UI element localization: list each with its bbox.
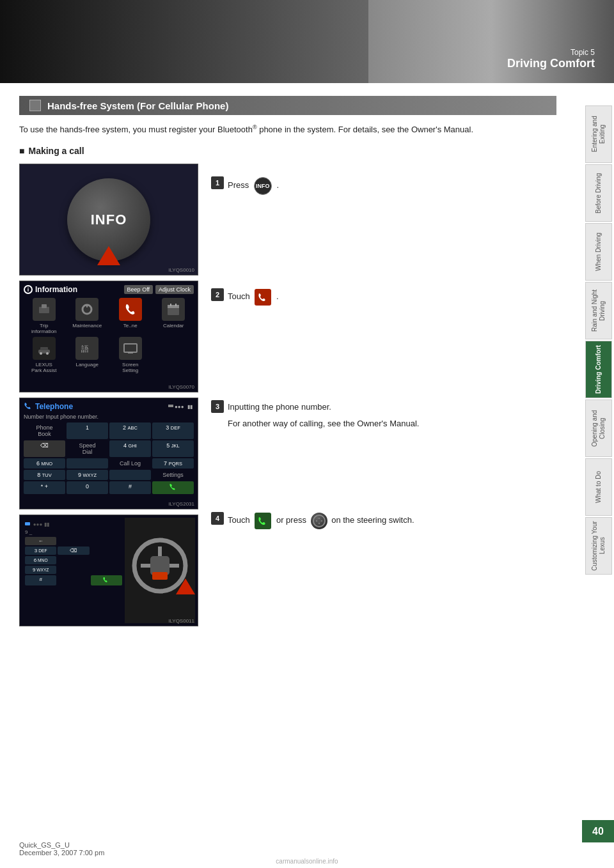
topic-number: Topic 5 xyxy=(507,48,595,57)
svg-point-10 xyxy=(40,352,42,355)
sidebar-tab-rain[interactable]: Rain and Night Driving xyxy=(585,282,612,339)
info-circle-icon: i xyxy=(24,285,33,294)
menu-item-language[interactable]: 語 Language xyxy=(67,337,108,373)
key-backspace[interactable]: ⌫ xyxy=(24,440,65,457)
step1-text: 1 Press INFO . xyxy=(211,164,556,275)
beep-off-btn[interactable]: Beep Off xyxy=(124,285,153,294)
step3-extra: For another way of calling, see the Owne… xyxy=(228,417,419,431)
step1-watermark: ILYQS0010 xyxy=(168,267,194,273)
park-assist-icon xyxy=(33,337,56,360)
key-5jkl[interactable]: 5 JKL xyxy=(152,440,194,457)
tel-inline-icon xyxy=(255,289,271,306)
sidebar-tab-opening[interactable]: Opening and Closing xyxy=(585,399,612,457)
svg-point-26 xyxy=(317,519,321,523)
key-2abc[interactable]: 2 ABC xyxy=(109,422,151,439)
sidebar-tab-when[interactable]: When Driving xyxy=(585,223,612,281)
step2-text: 2 Touch . xyxy=(211,275,556,387)
svg-rect-3 xyxy=(86,305,88,307)
menu-grid: Tripinformation Maintenance xyxy=(24,298,194,373)
phone-status: ●●● ▮▮ xyxy=(168,403,194,410)
step3-text: 3 Inputting the phone number. For anothe… xyxy=(211,387,556,499)
key-call[interactable] xyxy=(152,481,194,494)
menu-title: i Information xyxy=(24,285,77,294)
sub-heading: Making a call xyxy=(19,146,556,156)
menu-item-trip[interactable]: Tripinformation xyxy=(24,298,65,334)
watermark: carmanualsonline.info xyxy=(0,858,614,865)
step1-desc: Press INFO . xyxy=(228,176,279,195)
step1-image: INFO ILYQS0010 xyxy=(19,164,198,275)
svg-text:▮▮: ▮▮ xyxy=(187,404,193,409)
key-0[interactable]: 0 xyxy=(67,481,108,494)
step2-watermark: ILYQS0070 xyxy=(168,384,194,390)
step4-num: 4 xyxy=(211,512,224,525)
key-star[interactable]: * + xyxy=(24,481,65,494)
step2-num: 2 xyxy=(211,288,224,301)
key-4ghi[interactable]: 4 GHI xyxy=(109,440,151,457)
call-inline-icon xyxy=(255,513,271,529)
telephone-icon xyxy=(119,298,142,321)
footer: Quick_GS_G_U December 3, 2007 7:00 pm xyxy=(19,841,104,856)
key-phonebook[interactable]: PhoneBook xyxy=(24,422,65,439)
menu-item-park-assist[interactable]: LEXUSPark Assist xyxy=(24,337,65,373)
red-arrow-icon xyxy=(97,246,120,265)
info-inline-icon: INFO xyxy=(254,177,272,195)
screen-label: ScreenSetting xyxy=(122,362,138,373)
steps-images: INFO ILYQS0010 i Information Beep Off xyxy=(19,164,198,626)
step2-desc: Touch . xyxy=(228,288,279,306)
telephone-label: Te..ne xyxy=(123,323,138,329)
menu-item-screen[interactable]: ScreenSetting xyxy=(110,337,151,373)
step4-image: ●●● ▮▮ 9 _ ← 3 DEF ⌫ 6 MNO 9 WXYZ xyxy=(19,515,198,626)
step4-desc: Touch or press on the steering xyxy=(228,512,414,529)
section-icon xyxy=(29,100,41,111)
intro-text: To use the hands-free system, you must r… xyxy=(19,123,556,137)
svg-rect-5 xyxy=(168,305,179,308)
sidebar-tab-entering[interactable]: Entering and Exiting xyxy=(585,105,612,163)
step3-watermark: ILYQS2031 xyxy=(168,501,194,507)
key-settings[interactable]: Settings xyxy=(152,470,194,480)
sidebar-tab-what-to-do[interactable]: What to Do xyxy=(585,458,612,516)
svg-rect-1 xyxy=(42,304,47,308)
footer-line1: Quick_GS_G_U xyxy=(19,841,104,849)
key-9wxyz[interactable]: 9 WXYZ xyxy=(67,470,108,480)
step4-text: 4 Touch or press xyxy=(211,499,556,611)
menu-item-maintenance[interactable]: Maintenance xyxy=(67,298,108,334)
svg-rect-7 xyxy=(175,304,177,306)
key-hash[interactable]: # xyxy=(109,481,151,494)
svg-rect-14 xyxy=(128,352,133,353)
key-1[interactable]: 1 xyxy=(67,422,108,439)
calendar-icon xyxy=(162,298,185,321)
sidebar-tab-customizing[interactable]: Customizing Your Lexus xyxy=(585,517,612,575)
header-topic: Topic 5 Driving Comfort xyxy=(507,48,595,70)
menu-item-calendar[interactable]: Calendar xyxy=(154,298,194,334)
key-calllog[interactable]: Call Log xyxy=(109,458,151,469)
key-8tuv[interactable]: 8 TUV xyxy=(24,470,65,480)
language-label: Language xyxy=(75,362,98,368)
svg-rect-15 xyxy=(168,405,173,407)
sidebar-tab-before[interactable]: Before Driving xyxy=(585,164,612,222)
sidebar-tabs: Entering and Exiting Before Driving When… xyxy=(585,105,614,575)
section-title-bar: Hands-free System (For Cellular Phone) xyxy=(19,96,556,115)
menu-item-telephone[interactable]: Te..ne xyxy=(110,298,151,334)
section-title: Hands-free System (For Cellular Phone) xyxy=(47,100,228,111)
phone-header: Telephone ●●● ▮▮ xyxy=(24,402,194,411)
key-6mno[interactable]: 6 MNO xyxy=(24,458,65,469)
step3-desc: Inputting the phone number. xyxy=(228,400,331,414)
step1-num: 1 xyxy=(211,176,224,189)
page-number: 40 xyxy=(582,820,614,842)
key-7pqrs[interactable]: 7 PQRS xyxy=(152,458,194,469)
step4-watermark: ILYQS0011 xyxy=(168,618,194,624)
key-3def[interactable]: 3 DEF xyxy=(152,422,194,439)
header-banner: Topic 5 Driving Comfort xyxy=(0,0,614,83)
steering-btn-inline xyxy=(311,513,327,529)
sidebar-tab-driving-comfort[interactable]: Driving Comfort xyxy=(585,341,612,398)
maintenance-icon xyxy=(75,298,98,321)
svg-rect-9 xyxy=(40,347,48,350)
adjust-clock-btn[interactable]: Adjust Clock xyxy=(155,285,194,294)
svg-rect-13 xyxy=(124,344,137,352)
trip-label: Tripinformation xyxy=(31,323,57,334)
steps-container: INFO ILYQS0010 i Information Beep Off xyxy=(19,164,556,626)
key-empty2 xyxy=(109,470,151,480)
step3-num: 3 xyxy=(211,400,224,413)
language-icon: 語 xyxy=(75,337,98,360)
key-speeddial[interactable]: SpeedDial xyxy=(67,440,108,457)
